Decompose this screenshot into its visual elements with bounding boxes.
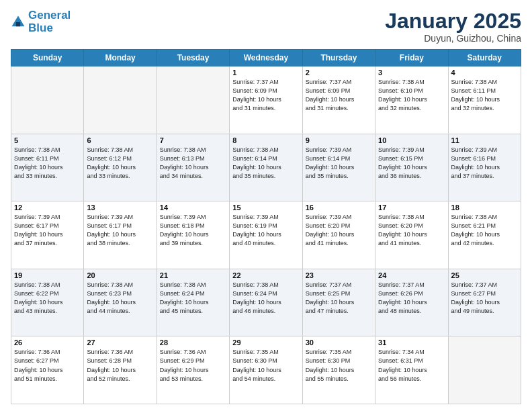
day-info: Sunrise: 7:37 AMSunset: 6:25 PMDaylight:… [306, 281, 372, 316]
calendar-cell: 15Sunrise: 7:39 AMSunset: 6:19 PMDayligh… [230, 201, 302, 269]
calendar-cell: 18Sunrise: 7:38 AMSunset: 6:21 PMDayligh… [448, 201, 521, 269]
weekday-header: Friday [375, 50, 448, 66]
day-number: 27 [87, 338, 153, 347]
day-info: Sunrise: 7:35 AMSunset: 6:30 PMDaylight:… [306, 348, 372, 383]
day-info: Sunrise: 7:39 AMSunset: 6:18 PMDaylight:… [160, 213, 226, 248]
day-number: 28 [160, 338, 226, 347]
calendar-cell: 28Sunrise: 7:36 AMSunset: 6:29 PMDayligh… [157, 336, 229, 404]
calendar-cell [448, 336, 521, 404]
calendar-cell: 3Sunrise: 7:38 AMSunset: 6:10 PMDaylight… [375, 66, 448, 134]
day-info: Sunrise: 7:37 AMSunset: 6:26 PMDaylight:… [378, 281, 445, 316]
day-number: 7 [160, 136, 226, 144]
calendar-cell: 29Sunrise: 7:35 AMSunset: 6:30 PMDayligh… [230, 336, 302, 404]
day-number: 23 [306, 271, 372, 279]
day-number: 24 [378, 271, 445, 279]
calendar-cell: 25Sunrise: 7:37 AMSunset: 6:27 PMDayligh… [448, 269, 521, 336]
day-info: Sunrise: 7:38 AMSunset: 6:14 PMDaylight:… [232, 146, 299, 181]
location: Duyun, Guizhou, China [385, 33, 521, 44]
calendar-cell: 26Sunrise: 7:36 AMSunset: 6:27 PMDayligh… [11, 336, 84, 404]
calendar-cell: 13Sunrise: 7:39 AMSunset: 6:17 PMDayligh… [84, 201, 157, 269]
day-number: 11 [451, 136, 518, 144]
day-info: Sunrise: 7:37 AMSunset: 6:09 PMDaylight:… [232, 78, 299, 113]
day-info: Sunrise: 7:39 AMSunset: 6:14 PMDaylight:… [306, 146, 372, 181]
weekday-header: Sunday [11, 50, 84, 66]
calendar-cell: 11Sunrise: 7:39 AMSunset: 6:16 PMDayligh… [448, 134, 521, 201]
day-info: Sunrise: 7:37 AMSunset: 6:27 PMDaylight:… [451, 281, 518, 316]
calendar-cell: 27Sunrise: 7:36 AMSunset: 6:28 PMDayligh… [84, 336, 157, 404]
day-info: Sunrise: 7:38 AMSunset: 6:13 PMDaylight:… [160, 146, 226, 181]
weekday-header: Monday [84, 50, 157, 66]
calendar-week-row: 1Sunrise: 7:37 AMSunset: 6:09 PMDaylight… [11, 66, 521, 134]
logo-text: General Blue [28, 9, 71, 34]
calendar-cell: 1Sunrise: 7:37 AMSunset: 6:09 PMDaylight… [230, 66, 302, 134]
day-number: 14 [160, 203, 226, 212]
day-number: 1 [232, 68, 299, 77]
calendar-week-row: 26Sunrise: 7:36 AMSunset: 6:27 PMDayligh… [11, 336, 521, 404]
day-info: Sunrise: 7:35 AMSunset: 6:30 PMDaylight:… [232, 348, 299, 383]
calendar-cell: 7Sunrise: 7:38 AMSunset: 6:13 PMDaylight… [157, 134, 229, 201]
day-info: Sunrise: 7:38 AMSunset: 6:24 PMDaylight:… [160, 281, 226, 316]
calendar-cell: 30Sunrise: 7:35 AMSunset: 6:30 PMDayligh… [302, 336, 375, 404]
calendar-week-row: 5Sunrise: 7:38 AMSunset: 6:11 PMDaylight… [11, 134, 521, 201]
day-number: 26 [14, 338, 81, 347]
day-number: 13 [87, 203, 153, 212]
day-info: Sunrise: 7:38 AMSunset: 6:11 PMDaylight:… [451, 78, 518, 113]
day-number: 29 [232, 338, 299, 347]
calendar-cell: 12Sunrise: 7:39 AMSunset: 6:17 PMDayligh… [11, 201, 84, 269]
header: General Blue January 2025 Duyun, Guizhou… [11, 9, 521, 44]
day-info: Sunrise: 7:38 AMSunset: 6:11 PMDaylight:… [14, 146, 81, 181]
day-info: Sunrise: 7:39 AMSunset: 6:20 PMDaylight:… [306, 213, 372, 248]
day-number: 17 [378, 203, 445, 212]
calendar-cell [157, 66, 229, 134]
day-info: Sunrise: 7:39 AMSunset: 6:16 PMDaylight:… [451, 146, 518, 181]
day-number: 22 [232, 271, 299, 279]
day-number: 6 [87, 136, 153, 144]
logo: General Blue [11, 9, 71, 34]
calendar-cell: 6Sunrise: 7:38 AMSunset: 6:12 PMDaylight… [84, 134, 157, 201]
calendar-cell: 17Sunrise: 7:38 AMSunset: 6:20 PMDayligh… [375, 201, 448, 269]
title-block: January 2025 Duyun, Guizhou, China [385, 9, 521, 44]
day-info: Sunrise: 7:36 AMSunset: 6:27 PMDaylight:… [14, 348, 81, 383]
day-info: Sunrise: 7:38 AMSunset: 6:20 PMDaylight:… [378, 213, 445, 248]
calendar-cell [11, 66, 84, 134]
calendar-cell: 8Sunrise: 7:38 AMSunset: 6:14 PMDaylight… [230, 134, 302, 201]
page: General Blue January 2025 Duyun, Guizhou… [0, 0, 532, 411]
calendar-table: SundayMondayTuesdayWednesdayThursdayFrid… [11, 49, 521, 404]
day-number: 5 [14, 136, 81, 144]
calendar-cell: 16Sunrise: 7:39 AMSunset: 6:20 PMDayligh… [302, 201, 375, 269]
day-number: 19 [14, 271, 81, 279]
day-number: 10 [378, 136, 445, 144]
weekday-header: Tuesday [157, 50, 229, 66]
day-info: Sunrise: 7:34 AMSunset: 6:31 PMDaylight:… [378, 348, 445, 383]
logo-icon [11, 15, 26, 30]
day-info: Sunrise: 7:38 AMSunset: 6:12 PMDaylight:… [87, 146, 153, 181]
day-info: Sunrise: 7:38 AMSunset: 6:23 PMDaylight:… [87, 281, 153, 316]
weekday-header-row: SundayMondayTuesdayWednesdayThursdayFrid… [11, 50, 521, 66]
calendar-week-row: 19Sunrise: 7:38 AMSunset: 6:22 PMDayligh… [11, 269, 521, 336]
day-info: Sunrise: 7:36 AMSunset: 6:29 PMDaylight:… [160, 348, 226, 383]
day-info: Sunrise: 7:36 AMSunset: 6:28 PMDaylight:… [87, 348, 153, 383]
day-number: 9 [306, 136, 372, 144]
calendar-cell: 4Sunrise: 7:38 AMSunset: 6:11 PMDaylight… [448, 66, 521, 134]
day-number: 18 [451, 203, 518, 212]
day-info: Sunrise: 7:39 AMSunset: 6:17 PMDaylight:… [87, 213, 153, 248]
day-number: 16 [306, 203, 372, 212]
calendar-cell: 2Sunrise: 7:37 AMSunset: 6:09 PMDaylight… [302, 66, 375, 134]
svg-rect-1 [16, 22, 20, 26]
calendar-week-row: 12Sunrise: 7:39 AMSunset: 6:17 PMDayligh… [11, 201, 521, 269]
day-info: Sunrise: 7:39 AMSunset: 6:17 PMDaylight:… [14, 213, 81, 248]
calendar-cell: 10Sunrise: 7:39 AMSunset: 6:15 PMDayligh… [375, 134, 448, 201]
day-number: 8 [232, 136, 299, 144]
day-number: 15 [232, 203, 299, 212]
calendar-cell: 22Sunrise: 7:38 AMSunset: 6:24 PMDayligh… [230, 269, 302, 336]
day-info: Sunrise: 7:38 AMSunset: 6:22 PMDaylight:… [14, 281, 81, 316]
day-number: 31 [378, 338, 445, 347]
day-number: 12 [14, 203, 81, 212]
calendar-cell: 31Sunrise: 7:34 AMSunset: 6:31 PMDayligh… [375, 336, 448, 404]
day-info: Sunrise: 7:39 AMSunset: 6:19 PMDaylight:… [232, 213, 299, 248]
calendar-cell: 14Sunrise: 7:39 AMSunset: 6:18 PMDayligh… [157, 201, 229, 269]
day-number: 3 [378, 68, 445, 77]
day-info: Sunrise: 7:38 AMSunset: 6:24 PMDaylight:… [232, 281, 299, 316]
calendar-cell [84, 66, 157, 134]
day-info: Sunrise: 7:39 AMSunset: 6:15 PMDaylight:… [378, 146, 445, 181]
